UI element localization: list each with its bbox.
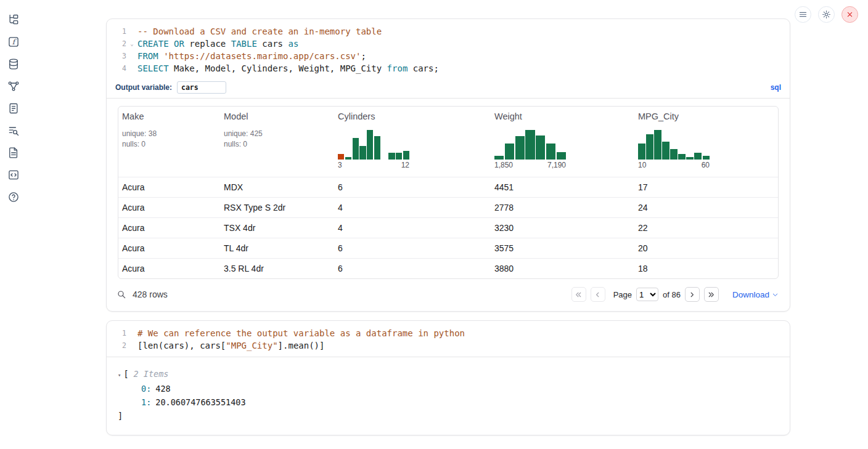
code-token: replace — [184, 38, 231, 50]
shutdown-button[interactable] — [841, 6, 858, 23]
table-cell: 4 — [334, 203, 491, 212]
next-page-button[interactable] — [685, 287, 700, 302]
line-number: 3 — [114, 50, 126, 62]
last-page-button[interactable] — [704, 287, 719, 302]
column-header[interactable]: Modelunique: 425nulls: 0 — [220, 111, 334, 177]
table-cell: Acura — [118, 264, 220, 273]
output-variable-label: Output variable: — [115, 83, 172, 92]
table-cell: Acura — [118, 182, 220, 192]
code-token: cars — [257, 38, 289, 50]
line-number: 2 — [114, 38, 126, 50]
tree-entry: 1: 20.060747663551403 — [118, 395, 779, 409]
table-cell: Acura — [118, 203, 220, 212]
download-button[interactable]: Download — [732, 290, 779, 299]
sidebar-item-dependencies[interactable] — [7, 80, 20, 92]
table-row[interactable]: AcuraTSX 4dr4323022 — [118, 217, 778, 238]
histogram-bar — [670, 149, 678, 160]
code-token: "MPG_City" — [226, 339, 277, 352]
first-page-button[interactable] — [571, 287, 586, 302]
fold-gutter — [126, 50, 137, 62]
code-token: Make, Model, Cylinders, Weight, MPG_City — [169, 62, 387, 75]
close-icon — [845, 10, 854, 19]
download-label: Download — [732, 290, 769, 299]
hamburger-icon — [798, 10, 808, 19]
function-icon: f — [7, 36, 20, 48]
histogram-bar — [662, 142, 669, 160]
column-header[interactable]: Makeunique: 38nulls: 0 — [118, 111, 220, 177]
column-header[interactable]: Weight1,8507,190 — [491, 111, 634, 177]
histogram-bar — [546, 144, 555, 160]
table-row[interactable]: AcuraRSX Type S 2dr4277824 — [118, 197, 778, 217]
code-line: 3FROM 'https://datasets.marimo.app/cars.… — [114, 50, 782, 62]
sql-cell: 1-- Download a CSV and create an in-memo… — [106, 18, 790, 312]
histogram-range-labels: 1060 — [638, 161, 710, 169]
fold-gutter — [126, 62, 137, 75]
table-cell: Acura — [118, 243, 220, 253]
double-chevron-left-icon — [575, 291, 583, 299]
notebook: 1-- Download a CSV and create an in-memo… — [106, 18, 790, 435]
help-circle-icon — [7, 191, 20, 203]
table-cell: 4451 — [491, 182, 634, 192]
chevron-left-icon — [594, 291, 602, 299]
sidebar-item-file-explorer[interactable] — [7, 14, 20, 26]
graph-icon — [7, 80, 20, 92]
line-number: 4 — [114, 62, 126, 75]
column-header[interactable]: MPG_City1060 — [634, 111, 778, 177]
line-number: 2 — [114, 339, 126, 352]
table-cell: 4 — [334, 223, 491, 233]
language-badge: sql — [771, 83, 781, 92]
histogram — [494, 129, 566, 160]
histogram — [638, 129, 710, 160]
table-cell: 6 — [334, 182, 491, 192]
table-row[interactable]: Acura3.5 RL 4dr6388018 — [118, 258, 778, 278]
column-stats: unique: 425nulls: 0 — [224, 129, 334, 150]
table-cell: TL 4dr — [220, 243, 334, 253]
table-cell: 6 — [334, 264, 491, 273]
settings-button[interactable] — [818, 6, 835, 23]
fold-chevron-icon[interactable]: ⌄ — [126, 38, 137, 50]
menu-button[interactable] — [795, 6, 811, 23]
column-name: MPG_City — [638, 111, 778, 121]
code-line: 2⌄CREATE OR replace TABLE cars as — [114, 38, 782, 50]
collapse-icon[interactable]: ▾ — [118, 368, 121, 382]
sidebar-item-help[interactable] — [7, 191, 20, 203]
table-cell: 22 — [634, 223, 778, 233]
search-icon[interactable] — [117, 289, 126, 299]
code-token: -- Download a CSV and create an in-memor… — [137, 25, 382, 38]
document-icon — [7, 147, 20, 159]
sidebar-item-scratchpad[interactable] — [7, 102, 20, 115]
prev-page-button[interactable] — [591, 287, 605, 302]
output-variable-input[interactable] — [177, 81, 226, 94]
svg-text:f: f — [12, 38, 17, 46]
sidebar-item-snippets[interactable] — [7, 169, 20, 181]
code-token: CREATE OR — [137, 38, 184, 50]
python-cell: 1# We can reference the output variable … — [106, 320, 790, 435]
table-cell: 20 — [634, 243, 778, 253]
table-cell: 6 — [334, 243, 491, 253]
sql-code-editor[interactable]: 1-- Download a CSV and create an in-memo… — [107, 19, 790, 79]
code-token: ; — [361, 50, 366, 62]
sidebar-item-variables[interactable]: f — [7, 36, 20, 48]
table-row[interactable]: AcuraMDX6445117 — [118, 177, 778, 197]
data-table: Makeunique: 38nulls: 0Modelunique: 425nu… — [118, 106, 779, 279]
histogram-bar — [515, 136, 525, 160]
sidebar-item-documentation[interactable] — [7, 147, 20, 159]
sidebar-item-datasets[interactable] — [7, 58, 20, 70]
code-token: TABLE — [231, 38, 257, 50]
histogram-bar — [646, 134, 653, 160]
column-header[interactable]: Cylinders312 — [334, 111, 491, 177]
tree-entry-key: 0: — [141, 382, 151, 395]
table-cell: 3.5 RL 4dr — [220, 264, 334, 273]
code-token: as — [288, 38, 298, 50]
table-cell: RSX Type S 2dr — [220, 203, 334, 212]
column-name: Weight — [494, 111, 634, 121]
top-right-controls — [795, 6, 858, 23]
histogram-bar — [494, 156, 504, 160]
sidebar-item-logs[interactable] — [7, 124, 20, 137]
column-name: Cylinders — [338, 111, 491, 121]
code-line: 1-- Download a CSV and create an in-memo… — [114, 25, 782, 38]
python-code-editor[interactable]: 1# We can reference the output variable … — [107, 321, 790, 357]
table-cell: 3575 — [491, 243, 634, 253]
page-select[interactable]: 1 — [636, 288, 658, 301]
table-row[interactable]: AcuraTL 4dr6357520 — [118, 238, 778, 258]
